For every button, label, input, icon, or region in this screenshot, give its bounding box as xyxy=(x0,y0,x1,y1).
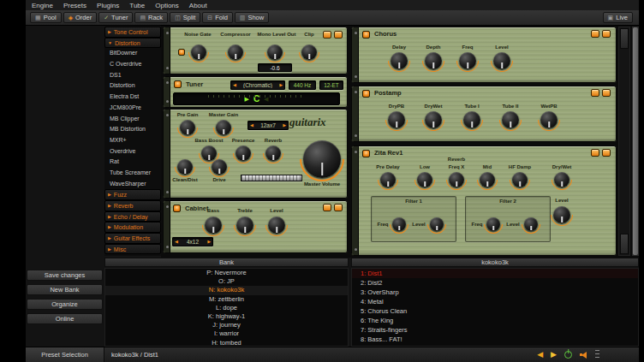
unit-minimize-button[interactable] xyxy=(591,149,599,157)
unit-drag-handle[interactable] xyxy=(352,146,359,255)
tuner-power-switch[interactable] xyxy=(174,80,182,88)
new-bank-button[interactable]: New Bank xyxy=(27,284,103,295)
master-volume-knob[interactable] xyxy=(303,140,341,178)
clip-knob[interactable] xyxy=(301,45,317,60)
dry-wet-knob[interactable] xyxy=(554,172,569,187)
filter1-level-knob[interactable] xyxy=(430,217,444,231)
chorus-freq-knob[interactable] xyxy=(459,52,476,69)
tube-select-dropdown[interactable]: ◀ 12ax7 ▶ xyxy=(247,121,289,130)
category-misc[interactable]: ▶Misc xyxy=(104,244,161,255)
preset-item[interactable]: 5: Chorus Clean xyxy=(352,306,638,316)
mono-level-knob[interactable] xyxy=(267,45,283,60)
chorus-delay-knob[interactable] xyxy=(391,52,408,69)
unit-menu-button[interactable] xyxy=(602,149,611,157)
cabinet-model-dropdown[interactable]: ◀ 4x12 ▶ xyxy=(172,237,213,246)
zita-power-switch[interactable] xyxy=(362,150,370,157)
rack-button[interactable]: ▤Rack xyxy=(134,12,168,23)
menu-engine[interactable]: Engine xyxy=(32,2,53,9)
plugin-item[interactable]: MXR+ xyxy=(104,135,161,146)
noise-gate-switch[interactable] xyxy=(178,49,185,56)
spin-right-icon[interactable]: ▶ xyxy=(206,240,212,244)
spin-right-icon[interactable]: ▶ xyxy=(277,83,284,87)
clean-dist-knob[interactable] xyxy=(177,159,193,175)
unit-drag-handle[interactable] xyxy=(352,86,359,141)
postamp-drywet-knob[interactable] xyxy=(425,111,442,128)
volume-icon[interactable] xyxy=(580,351,587,359)
hf-damp-knob[interactable] xyxy=(512,172,528,187)
postamp-power-switch[interactable] xyxy=(362,90,370,98)
filter2-level-knob[interactable] xyxy=(524,217,538,231)
freq-x-knob[interactable] xyxy=(449,172,464,187)
menu-options[interactable]: Options xyxy=(155,2,179,9)
postamp-tube1-knob[interactable] xyxy=(463,111,480,128)
postamp-tube2-knob[interactable] xyxy=(502,111,519,128)
split-button[interactable]: ◫Split xyxy=(170,12,200,23)
category-modulation[interactable]: ▶Modulation xyxy=(104,222,161,233)
noise-gate-knob[interactable] xyxy=(191,45,206,60)
unit-drag-handle[interactable] xyxy=(164,201,170,252)
bank-item[interactable]: M: zettberlin xyxy=(105,295,348,304)
plugin-item[interactable]: MB Clipper xyxy=(104,114,161,125)
show-button[interactable]: ▥Show xyxy=(235,12,269,23)
low-knob[interactable] xyxy=(417,172,432,187)
unit-menu-button[interactable] xyxy=(334,204,343,211)
postamp-wetpb-knob[interactable] xyxy=(540,111,558,128)
unit-drag-handle[interactable] xyxy=(164,27,170,74)
unit-minimize-button[interactable] xyxy=(591,89,599,97)
plugin-item[interactable]: Tube Screamer xyxy=(104,168,161,179)
tuner-button[interactable]: ✓Tuner xyxy=(98,12,133,23)
plugin-item[interactable]: DS1 xyxy=(104,70,161,81)
unit-drag-handle[interactable] xyxy=(164,110,170,198)
organize-button[interactable]: Organize xyxy=(27,299,103,310)
category-guitar-effects[interactable]: ▶Guitar Effects xyxy=(104,233,161,244)
spin-right-icon[interactable]: ▶ xyxy=(281,123,288,128)
pre-delay-knob[interactable] xyxy=(380,172,396,187)
plugin-item[interactable]: Rat xyxy=(104,157,161,168)
plugin-item[interactable]: Overdrive xyxy=(104,146,161,157)
compressor-knob[interactable] xyxy=(228,45,243,60)
bank-item[interactable]: J: journey xyxy=(105,321,348,329)
cabinet-treble-knob[interactable] xyxy=(236,217,253,234)
master-gain-knob[interactable] xyxy=(216,120,231,135)
preset-item[interactable]: 6: The King xyxy=(352,316,638,325)
chorus-level-knob[interactable] xyxy=(493,52,510,69)
scrollbar-thumb[interactable] xyxy=(633,27,638,255)
bank-item[interactable]: N: kokoko3k xyxy=(105,286,348,294)
next-preset-icon[interactable]: ▶ xyxy=(551,351,557,359)
unit-drag-handle[interactable] xyxy=(352,27,359,82)
plugin-item[interactable]: WaveSharper xyxy=(104,179,161,190)
order-button[interactable]: ◈Order xyxy=(63,12,98,23)
cabinet-bass-knob[interactable] xyxy=(205,217,222,234)
preset-item[interactable]: 7: Straits-fingers xyxy=(352,325,638,335)
resize-grip[interactable] xyxy=(595,350,599,359)
filter1-freq-knob[interactable] xyxy=(392,217,406,231)
mid-knob[interactable] xyxy=(480,172,495,187)
category-fuzz[interactable]: ▶Fuzz xyxy=(104,189,161,200)
cabinet-level-knob[interactable] xyxy=(268,217,285,234)
bank-item[interactable]: K: highway-1 xyxy=(105,312,348,321)
menu-tube[interactable]: Tube xyxy=(129,2,145,9)
spin-left-icon[interactable]: ◀ xyxy=(248,123,255,128)
plugin-item[interactable]: BitDowner xyxy=(104,48,161,59)
preset-item[interactable]: 4: Metal xyxy=(352,297,638,306)
plugin-item[interactable]: MB Distortion xyxy=(104,124,161,135)
unit-drag-handle[interactable] xyxy=(164,77,170,107)
spin-left-icon[interactable]: ◀ xyxy=(231,83,238,87)
preset-item[interactable]: 2: Dist2 xyxy=(352,278,638,288)
bank-item[interactable]: O: JP xyxy=(105,277,348,286)
preset-item[interactable]: 3: OverSharp xyxy=(352,288,638,297)
plugin-item[interactable]: C Overdrive xyxy=(104,59,161,70)
bank-item[interactable]: P: Nevermore xyxy=(105,269,348,277)
menu-plugins[interactable]: Plugins xyxy=(97,2,119,9)
category-tone-control[interactable]: ▶Tone Control xyxy=(104,27,161,38)
bank-item[interactable]: I: warrior xyxy=(105,329,348,338)
filter2-freq-knob[interactable] xyxy=(486,217,500,231)
menu-presets[interactable]: Presets xyxy=(63,2,86,9)
presence-knob[interactable] xyxy=(236,145,251,161)
bank-item[interactable]: H: tombed xyxy=(105,339,348,347)
cabinet-power-switch[interactable] xyxy=(173,205,181,212)
zita-out-level-knob[interactable] xyxy=(553,206,570,223)
unit-menu-button[interactable] xyxy=(602,30,611,38)
menu-about[interactable]: About xyxy=(189,2,207,9)
chorus-depth-knob[interactable] xyxy=(425,52,442,69)
